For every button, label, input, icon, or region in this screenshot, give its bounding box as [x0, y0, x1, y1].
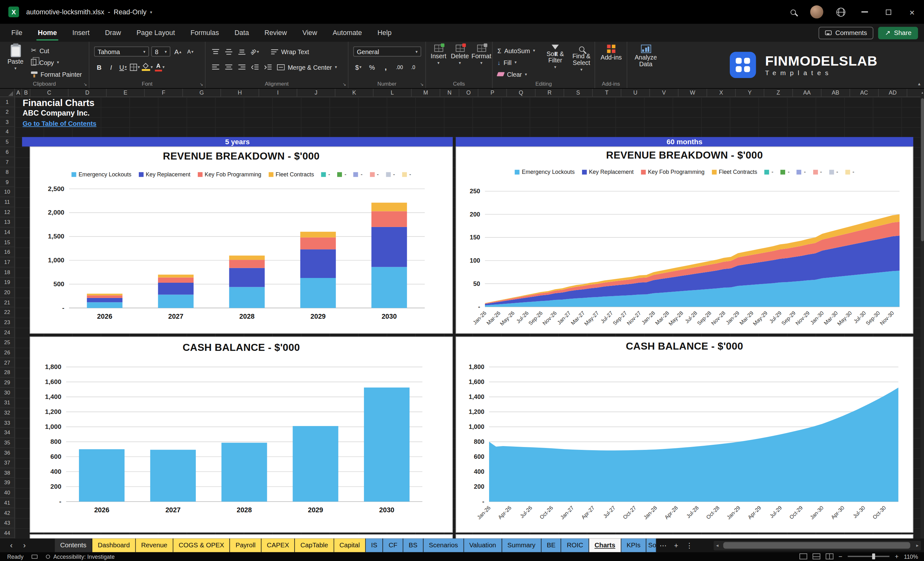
- search-button[interactable]: [781, 0, 805, 24]
- accessibility-status[interactable]: Accessibility: Investigate: [46, 554, 115, 560]
- sheet-tab-contents[interactable]: Contents: [55, 538, 92, 552]
- fill-color-button[interactable]: ▾: [142, 62, 153, 72]
- row-header-36[interactable]: 36: [0, 448, 14, 458]
- sheet-tab-charts[interactable]: Charts: [589, 538, 621, 552]
- column-header-ad[interactable]: AD: [879, 89, 908, 96]
- account-avatar[interactable]: [805, 0, 829, 24]
- table-of-contents-link[interactable]: Go to Table of Contents: [22, 120, 96, 127]
- ribbon-tab-draw[interactable]: Draw: [97, 24, 129, 42]
- cut-button[interactable]: ✂ Cut: [31, 45, 82, 56]
- row-header-16[interactable]: 16: [0, 248, 14, 257]
- sheet-tab-kpis[interactable]: KPIs: [621, 538, 646, 552]
- sheet-tab-capital[interactable]: Capital: [334, 538, 366, 552]
- row-header-31[interactable]: 31: [0, 398, 14, 408]
- column-header-z[interactable]: Z: [764, 89, 793, 96]
- ribbon-tab-view[interactable]: View: [294, 24, 325, 42]
- orientation-button[interactable]: ab▾: [250, 46, 260, 57]
- decrease-font-button[interactable]: A▾: [185, 46, 195, 57]
- column-header-t[interactable]: T: [593, 89, 621, 96]
- column-header-e[interactable]: E: [106, 89, 145, 96]
- chart-rev5[interactable]: REVENUE BREAKDOWN - $'000Emergency Locko…: [30, 147, 453, 333]
- row-header-7[interactable]: 7: [0, 157, 14, 167]
- row-header-1[interactable]: 1: [0, 97, 14, 107]
- sheet-tab-be[interactable]: BE: [541, 538, 561, 552]
- column-header-g[interactable]: G: [183, 89, 221, 96]
- page-break-view-button[interactable]: [825, 554, 833, 560]
- row-header-39[interactable]: 39: [0, 478, 14, 488]
- column-header-ac[interactable]: AC: [850, 89, 879, 96]
- row-header-29[interactable]: 29: [0, 378, 14, 388]
- increase-font-button[interactable]: A▴: [173, 46, 183, 57]
- row-header-22[interactable]: 22: [0, 308, 14, 317]
- collapse-ribbon-chevron-icon[interactable]: ▴: [918, 81, 921, 86]
- ribbon-tab-data[interactable]: Data: [227, 24, 256, 42]
- bold-button[interactable]: B: [94, 62, 104, 72]
- sheet-nav-left-button[interactable]: ‹: [5, 538, 18, 552]
- number-dialog-launcher[interactable]: ↘: [420, 82, 423, 87]
- sheet-tab-bs[interactable]: BS: [404, 538, 423, 552]
- format-cells-button[interactable]: Format ▾: [471, 45, 492, 79]
- column-header-o[interactable]: O: [459, 89, 478, 96]
- sheet-tab-so[interactable]: So: [646, 538, 657, 552]
- row-header-3[interactable]: 3: [0, 117, 14, 127]
- row-header-37[interactable]: 37: [0, 458, 14, 468]
- scroll-right-icon[interactable]: ▸: [914, 543, 921, 548]
- ribbon-tab-insert[interactable]: Insert: [64, 24, 97, 42]
- row-header-33[interactable]: 33: [0, 418, 14, 428]
- horizontal-scrollbar[interactable]: ◂ ▸: [714, 541, 921, 550]
- vertical-scrollbar[interactable]: ▲: [921, 89, 924, 539]
- presence-button[interactable]: [829, 0, 853, 24]
- italic-button[interactable]: I: [106, 62, 116, 72]
- sheet-tab-cf[interactable]: CF: [383, 538, 404, 552]
- clipboard-dialog-launcher[interactable]: ↘: [83, 82, 87, 87]
- row-header-10[interactable]: 10: [0, 187, 14, 197]
- column-header-w[interactable]: W: [678, 89, 707, 96]
- row-header-17[interactable]: 17: [0, 258, 14, 267]
- sheet-tab-valuation[interactable]: Valuation: [464, 538, 502, 552]
- middle-align-button[interactable]: [224, 46, 234, 57]
- zoom-level[interactable]: 110%: [904, 554, 918, 560]
- column-header-c[interactable]: C: [30, 89, 69, 96]
- chart-rev60[interactable]: REVENUE BREAKDOWN - $'000Emergency Locko…: [456, 147, 913, 333]
- row-header-11[interactable]: 11: [0, 197, 14, 207]
- sort-filter-button[interactable]: Sort & Filter ▾: [543, 45, 568, 79]
- ribbon-tab-help[interactable]: Help: [370, 24, 399, 42]
- column-header-a[interactable]: A: [15, 89, 22, 96]
- select-all-corner[interactable]: [0, 89, 15, 97]
- column-header-j[interactable]: J: [297, 89, 336, 96]
- zoom-in-button[interactable]: +: [895, 554, 898, 560]
- fill-button[interactable]: ↓ Fill ▾: [497, 57, 535, 68]
- normal-view-button[interactable]: [799, 554, 807, 560]
- sheet-tab-captable[interactable]: CapTable: [295, 538, 334, 552]
- row-header-30[interactable]: 30: [0, 388, 14, 398]
- comma-style-button[interactable]: ,: [381, 62, 391, 72]
- row-header-42[interactable]: 42: [0, 508, 14, 518]
- percent-style-button[interactable]: %: [367, 62, 377, 72]
- row-header-6[interactable]: 6: [0, 147, 14, 157]
- row-header-12[interactable]: 12: [0, 207, 14, 217]
- share-button[interactable]: ↗ Share: [879, 26, 918, 39]
- row-header-32[interactable]: 32: [0, 408, 14, 418]
- sheet-tab-summary[interactable]: Summary: [502, 538, 542, 552]
- insert-cells-button[interactable]: Insert ▾: [428, 45, 448, 79]
- sheet-options-menu[interactable]: ⋮: [682, 538, 696, 552]
- ribbon-tab-formulas[interactable]: Formulas: [183, 24, 227, 42]
- decrease-decimal-button[interactable]: .0: [408, 62, 418, 72]
- zoom-slider[interactable]: [848, 556, 889, 557]
- row-header-44[interactable]: 44: [0, 528, 14, 538]
- top-align-button[interactable]: [210, 46, 220, 57]
- underline-button[interactable]: U▾: [118, 62, 128, 72]
- column-header-v[interactable]: V: [650, 89, 678, 96]
- column-header-h[interactable]: H: [221, 89, 259, 96]
- column-header-ab[interactable]: AB: [822, 89, 850, 96]
- sheet-tab-scenarios[interactable]: Scenarios: [423, 538, 464, 552]
- row-header-2[interactable]: 2: [0, 107, 14, 117]
- ribbon-tab-home[interactable]: Home: [30, 24, 64, 42]
- decrease-indent-button[interactable]: [250, 62, 260, 72]
- addins-button[interactable]: Add-ins: [598, 45, 624, 79]
- column-header-p[interactable]: P: [478, 89, 507, 96]
- autosum-button[interactable]: Σ AutoSum ▾: [497, 45, 535, 56]
- column-header-q[interactable]: Q: [507, 89, 536, 96]
- row-header-24[interactable]: 24: [0, 328, 14, 338]
- row-header-5[interactable]: 5: [0, 137, 14, 147]
